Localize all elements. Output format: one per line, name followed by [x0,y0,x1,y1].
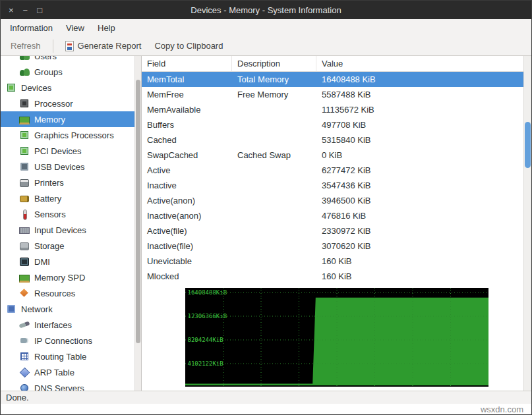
sidebar-item-label: Sensors [34,209,66,219]
sidebar-item-arp-table[interactable]: ARP Table [1,364,134,380]
table-row[interactable]: MemFreeFree Memory5587488 KiB [142,87,531,102]
sidebar-item-graphics-processors[interactable]: Graphics Processors [1,127,134,143]
main-area: Users Groups Devices Processor Memory Gr… [1,56,531,391]
cell-field: Active(file) [142,226,232,236]
minimize-icon[interactable]: − [23,6,28,14]
cell-field: Buffers [142,120,232,130]
table-row[interactable]: Mlocked160 KiB [142,269,531,284]
resources-icon [19,288,30,298]
sidebar-item-memory-spd[interactable]: Memory SPD [1,269,134,285]
cell-value: 2330972 KiB [316,226,531,236]
sidebar: Users Groups Devices Processor Memory Gr… [1,56,142,391]
sidebar-item-label: Routing Table [34,352,86,362]
content-scrollbar-thumb[interactable] [525,122,531,168]
cell-field: MemTotal [142,74,232,84]
routing-table-icon [19,351,30,362]
sidebar-item-input-devices[interactable]: Input Devices [1,222,134,238]
titlebar: × − □ Devices - Memory - System Informat… [1,1,531,19]
chart-ytick: 8204244KiB [188,337,223,343]
sidebar-item-memory[interactable]: Memory [1,111,134,127]
menu-help[interactable]: Help [91,20,122,36]
table-row[interactable]: Active6277472 KiB [142,163,531,178]
table-row[interactable]: Buffers497708 KiB [142,117,531,132]
sidebar-item-label: Memory SPD [34,273,85,283]
chart-ytick: 4102122KiB [188,360,223,367]
status-bar: Done. [1,391,531,404]
sidebar-item-label: Memory [34,115,65,124]
sidebar-item-battery[interactable]: Battery [1,190,134,206]
table-header: Field Description Value [142,56,531,72]
sidebar-item-groups[interactable]: Groups [1,64,134,80]
sidebar-item-resources[interactable]: Resources [1,285,134,301]
menu-information[interactable]: Information [3,20,59,36]
table-row[interactable]: MemAvailable11135672 KiB [142,102,531,117]
cell-value: 3946500 KiB [316,196,531,206]
sidebar-item-dmi[interactable]: DMI [1,254,134,269]
sidebar-item-storage[interactable]: Storage [1,238,134,254]
cell-value: 160 KiB [316,256,531,266]
table-row[interactable]: Active(anon)3946500 KiB [142,193,531,208]
interfaces-icon [19,319,30,330]
battery-icon [19,193,30,204]
usb-icon [19,161,30,172]
content-scrollbar[interactable] [523,56,531,391]
table-row[interactable]: Cached5315840 KiB [142,132,531,148]
generate-report-button[interactable]: Generate Report [61,39,146,53]
cell-value: 476816 KiB [316,211,531,221]
sidebar-item-routing-table[interactable]: Routing Table [1,348,134,364]
sidebar-item-users[interactable]: Users [1,56,134,64]
column-header-value[interactable]: Value [316,56,531,71]
menu-view[interactable]: View [59,20,91,36]
sidebar-item-label: IP Connections [34,336,92,346]
table-row[interactable]: Inactive(file)3070620 KiB [142,238,531,254]
table-row[interactable]: SwapCachedCached Swap0 KiB [142,148,531,163]
sidebar-scrollbar[interactable] [134,56,141,391]
sidebar-item-ip-connections[interactable]: IP Connections [1,333,134,348]
cell-value: 11135672 KiB [316,105,531,115]
sidebar-item-network[interactable]: Network [1,301,134,317]
sidebar-item-printers[interactable]: Printers [1,175,134,190]
sidebar-item-label: Network [21,304,53,314]
refresh-button[interactable]: Refresh [6,39,45,53]
table-row[interactable]: Unevictable160 KiB [142,254,531,269]
sidebar-item-label: ARP Table [34,368,74,377]
cell-field: MemAvailable [142,105,232,115]
table-row[interactable]: Active(file)2330972 KiB [142,223,531,238]
users-icon [19,56,30,61]
sidebar-scrollbar-thumb[interactable] [136,80,140,343]
copy-to-clipboard-button[interactable]: Copy to Clipboard [150,39,227,53]
content-panel: Field Description Value MemTotalTotal Me… [142,56,531,391]
column-header-description[interactable]: Description [232,56,316,71]
sidebar-item-processor[interactable]: Processor [1,96,134,111]
generate-report-icon [65,41,74,51]
sidebar-item-label: Interfaces [34,320,72,330]
dns-servers-icon [19,383,30,391]
column-header-field[interactable]: Field [142,56,232,71]
sidebar-item-dns-servers[interactable]: DNS Servers [1,380,134,391]
maximize-icon[interactable]: □ [37,6,42,14]
close-icon[interactable]: × [9,6,14,14]
sidebar-item-label: Printers [34,178,64,188]
cell-field: Active [142,165,232,175]
input-devices-icon [19,225,30,235]
sidebar-item-sensors[interactable]: Sensors [1,206,134,222]
sidebar-item-label: Devices [21,83,51,93]
table-row[interactable]: Inactive3547436 KiB [142,178,531,193]
sidebar-item-devices[interactable]: Devices [1,80,134,96]
cell-field: SwapCached [142,150,232,160]
arp-table-icon [19,367,30,377]
sidebar-item-pci-devices[interactable]: PCI Devices [1,143,134,159]
cell-value: 5315840 KiB [316,135,531,145]
cell-description: Total Memory [232,74,316,84]
sidebar-item-label: Groups [34,67,63,77]
sidebar-item-label: DMI [34,257,50,267]
sidebar-item-interfaces[interactable]: Interfaces [1,317,134,333]
table-row[interactable]: Inactive(anon)476816 KiB [142,208,531,223]
printer-icon [19,177,30,188]
sidebar-item-usb-devices[interactable]: USB Devices [1,159,134,175]
watermark-strip: wsxdn.com [1,404,531,414]
chart-canvas [185,288,488,387]
status-text: Done. [6,393,29,402]
cell-value: 497708 KiB [316,120,531,130]
table-row[interactable]: MemTotalTotal Memory16408488 KiB [142,72,531,87]
